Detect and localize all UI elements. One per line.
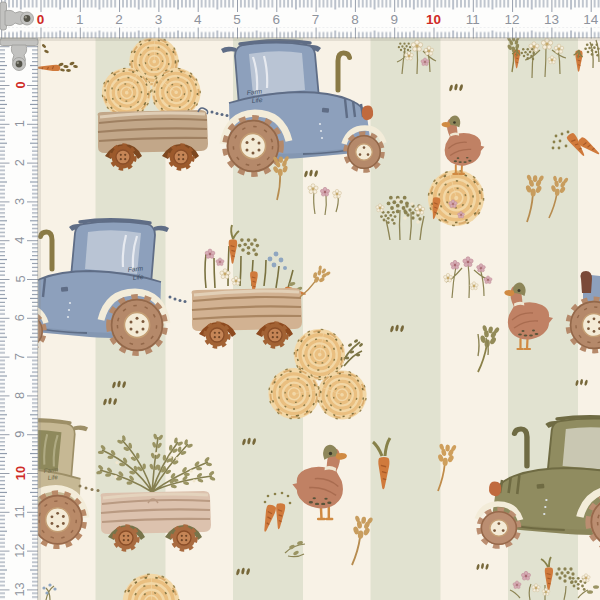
- svg-text:9: 9: [390, 12, 398, 27]
- svg-text:4: 4: [194, 12, 202, 27]
- svg-text:10: 10: [13, 466, 28, 480]
- svg-text:13: 13: [544, 12, 559, 27]
- svg-text:8: 8: [13, 392, 28, 399]
- svg-text:11: 11: [466, 12, 480, 27]
- svg-text:4: 4: [13, 237, 28, 244]
- svg-text:2: 2: [13, 159, 28, 166]
- svg-text:1: 1: [76, 12, 84, 27]
- svg-text:6: 6: [273, 12, 281, 27]
- svg-text:12: 12: [13, 543, 28, 557]
- svg-text:9: 9: [13, 431, 28, 438]
- svg-text:6: 6: [13, 314, 28, 321]
- svg-text:0: 0: [13, 81, 28, 88]
- svg-text:14: 14: [583, 12, 599, 27]
- svg-text:Life: Life: [47, 473, 58, 481]
- svg-text:5: 5: [13, 275, 28, 282]
- svg-text:7: 7: [312, 12, 320, 27]
- svg-text:2: 2: [115, 12, 123, 27]
- svg-text:3: 3: [13, 198, 28, 205]
- svg-text:10: 10: [426, 12, 441, 27]
- svg-text:8: 8: [351, 12, 359, 27]
- svg-text:Life: Life: [251, 96, 263, 104]
- svg-text:12: 12: [505, 12, 520, 27]
- svg-text:11: 11: [13, 505, 28, 518]
- svg-text:Life: Life: [132, 273, 144, 281]
- svg-text:1: 1: [13, 120, 28, 127]
- svg-text:13: 13: [13, 582, 28, 596]
- svg-text:3: 3: [155, 12, 163, 27]
- svg-text:0: 0: [37, 12, 45, 27]
- svg-text:5: 5: [233, 12, 241, 27]
- svg-text:7: 7: [13, 353, 28, 360]
